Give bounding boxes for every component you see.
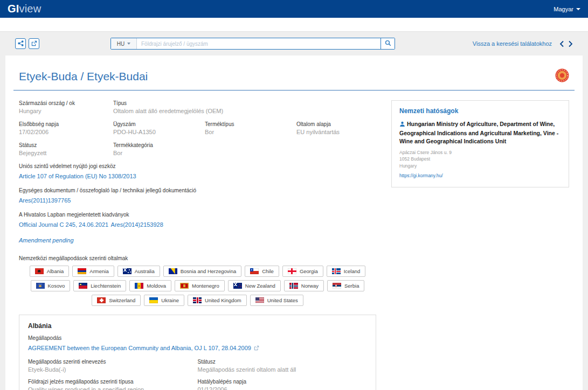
field-value: Bor [113,150,376,156]
app-header: GIview Magyar [0,0,588,18]
country-button-australia[interactable]: Australia [117,266,160,277]
authorities-title: Nemzeti hatóságok [399,107,561,115]
field-value: 01/12/2006 [198,386,368,390]
next-record-button[interactable] [568,40,573,47]
country-label: Bosnia and Herzegovina [181,268,237,274]
field-label: Származási ország / ok [19,100,113,106]
field-value: Bor [205,129,296,135]
field-origin: Származási ország / ok Hungary [19,100,113,114]
official-journal-link[interactable]: Official Journal C 245, 24.06.2021 [19,221,108,228]
field-value: Quality wines produced in a specified re… [28,386,198,390]
flag-new-zealand-icon [233,283,242,289]
country-button-iceland[interactable]: Iceland [327,266,366,277]
main-panel: Etyek-Buda / Etyek-Budai Származási orsz… [5,55,583,390]
field-status: Státusz Bejegyzett [19,142,113,156]
country-button-switzerland[interactable]: Switzerland [92,295,141,306]
agreement-grid-row-1: Megállapodás szerinti elnevezés Etyek-Bu… [28,359,367,373]
record-pager [559,40,573,47]
record-details: Származási ország / ok Hungary Típus Olt… [19,100,391,390]
country-label: United Kingdom [205,297,241,303]
field-official-journal: A Hivatalos Lapban megjelentetett kiadvá… [19,212,376,229]
search-button[interactable] [381,38,395,49]
agreement-grid-row-2: Földrajzi jelzés megállapodás szerinti t… [28,379,367,390]
country-label: Moldova [147,283,166,289]
share-button[interactable] [15,38,26,49]
single-document-link[interactable]: Ares(2011)1397765 [19,197,71,204]
search-language-value: HU [117,41,124,47]
field-value: Megállapodás szerinti oltalom alatt áll [198,366,368,373]
country-button-armenia[interactable]: Armenia [72,266,114,277]
flag-united-kingdom-icon [193,297,202,303]
country-button-bosnia-and-herzegovina[interactable]: Bosnia and Herzegovina [163,266,242,277]
field-label: Elsőbbség napja [19,121,113,127]
address-line: 1052 Budapest [399,156,561,163]
country-label: Chile [262,268,274,274]
field-gi-type: Földrajzi jelzés megállapodás szerinti t… [28,379,198,390]
country-button-new-zealand[interactable]: New Zealand [228,280,281,291]
ares-publication-link[interactable]: Ares(2014)2153928 [111,221,163,228]
legal-instrument-link[interactable]: Article 107 of Regulation (EU) No 1308/2… [19,173,136,179]
field-single-document: Egységes dokumentum / összefoglaló lap /… [19,187,376,205]
country-button-ukraine[interactable]: Ukraine [144,295,184,306]
flag-norway-icon [289,283,298,289]
albania-agreement-card: Albánia Megállapodás AGREEMENT between t… [19,315,376,390]
country-button-liechtenstein[interactable]: Liechtenstein [73,280,126,291]
chevron-down-icon [576,8,580,10]
chevron-down-icon [127,43,130,45]
country-button-chile[interactable]: Chile [245,266,279,277]
country-button-norway[interactable]: Norway [284,280,324,291]
pdo-badge-icon [555,68,569,85]
search-bar: HU [110,38,395,50]
country-button-list: Albania Armenia Australia Bosnia and Her… [19,266,376,306]
flag-serbia-icon [333,283,341,289]
country-label: Albania [47,268,64,274]
field-label: Hatálybalépés napja [198,379,368,385]
country-button-serbia[interactable]: Serbia [327,280,364,291]
field-value: 17/02/2006 [19,129,113,135]
toolbar: HU Vissza a keresési találatokhoz [0,32,588,55]
search-language-select[interactable]: HU [111,38,137,49]
country-button-kosovo[interactable]: Kosovo [31,280,71,291]
country-label: Montenegro [192,283,219,289]
country-label: United States [267,297,298,303]
field-label: Terméktípus [205,121,296,127]
field-product-category: Termékkategória Bor [113,142,376,156]
flag-iceland-icon [332,268,341,274]
country-button-united-kingdom[interactable]: United Kingdom [188,295,247,306]
country-button-montenegro[interactable]: Montenegro [175,280,225,291]
field-entry-into-force: Hatálybalépés napja 01/12/2006 [198,379,368,390]
country-button-moldova[interactable]: Moldova [129,280,171,291]
field-value: PDO-HU-A1350 [113,129,205,135]
authorities-column: Nemzeti hatóságok Hungarian Ministry of … [391,100,569,390]
language-selector[interactable]: Magyar [554,6,580,12]
country-label: Serbia [344,283,359,289]
country-label: Switzerland [109,297,135,303]
share-icon [18,39,24,48]
field-value: Hungary [19,108,113,114]
country-button-united-states[interactable]: United States [250,295,303,306]
flag-moldova-icon [135,283,143,289]
flag-kosovo-icon [36,283,45,289]
search-input[interactable] [137,38,381,49]
field-legal-instrument: Uniós szintű védelmet nyújtó jogi eszköz… [19,163,376,180]
previous-record-button[interactable] [559,40,564,47]
field-label: Egységes dokumentum / összefoglaló lap /… [19,187,376,193]
country-label: Armenia [89,268,108,274]
field-agreement-status: Státusz Megállapodás szerinti oltalom al… [198,359,368,373]
field-value: Oltalom alatt álló eredetmegjelölés (OEM… [113,108,376,114]
export-button[interactable] [29,38,39,49]
flag-australia-icon [123,268,132,274]
country-button-georgia[interactable]: Georgia [282,266,323,277]
country-label: Iceland [344,268,361,274]
back-to-results-link[interactable]: Vissza a keresési találatokhoz [473,40,552,47]
agreement-link[interactable]: AGREEMENT between the European Community… [28,345,251,351]
country-button-albania[interactable]: Albania [30,266,70,277]
flag-switzerland-icon [97,297,106,303]
flag-liechtenstein-icon [79,283,87,289]
authority-website-link[interactable]: https://gi.kormany.hu/ [399,173,443,178]
search-icon [385,40,391,48]
field-value: EU nyilvántartás [296,129,376,135]
field-agreement: Megállapodás AGREEMENT between the Europ… [28,335,367,353]
flag-bosnia-icon [169,268,177,274]
country-label: Kosovo [48,283,65,289]
